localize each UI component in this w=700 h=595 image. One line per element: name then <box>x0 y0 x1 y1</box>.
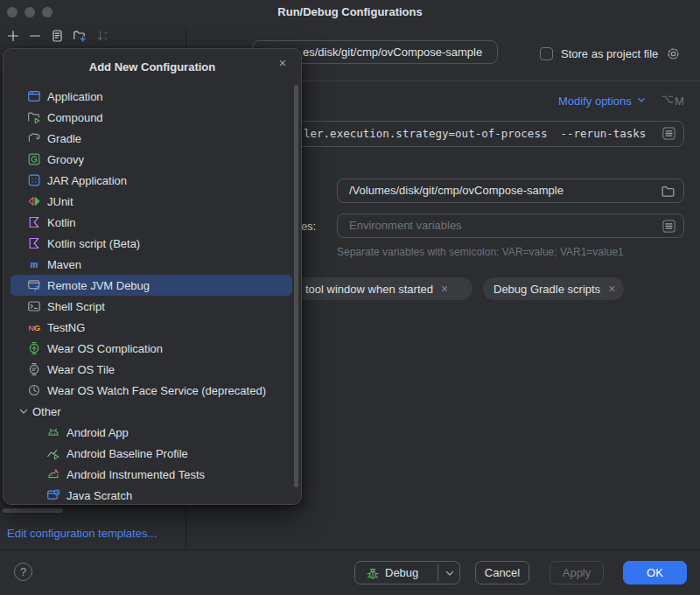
new-folder-button[interactable] <box>71 29 88 46</box>
list-item[interactable]: Kotlin script (Beta) <box>10 233 292 254</box>
android-instrumented-tests-icon <box>46 467 60 481</box>
list-item[interactable]: Remote JVM Debug <box>10 275 292 296</box>
android-baseline-profile-icon <box>46 446 60 460</box>
folder-icon[interactable] <box>661 184 676 199</box>
copy-icon <box>50 29 64 46</box>
list-item-label: Java Scratch <box>66 489 132 502</box>
gradle-icon <box>27 131 41 145</box>
shell-script-icon <box>27 299 41 313</box>
sort-az-icon: az <box>96 29 110 46</box>
list-item-label: Wear OS Watch Face Service (deprecated) <box>47 384 266 397</box>
list-item[interactable]: JUnit <box>10 191 292 212</box>
remove-configuration-button[interactable] <box>26 29 44 46</box>
apply-button[interactable]: Apply <box>550 561 604 584</box>
ok-button[interactable]: OK <box>623 561 687 584</box>
list-item[interactable]: mMaven <box>10 254 292 275</box>
list-item-label: Android Baseline Profile <box>66 447 188 460</box>
environment-variables-input[interactable]: Environment variables <box>337 214 684 238</box>
option-key-icon <box>662 94 674 108</box>
list-item-label: Kotlin script (Beta) <box>47 237 140 250</box>
list-item[interactable]: JAR Application <box>10 170 292 191</box>
expand-field-icon[interactable] <box>662 219 676 234</box>
tag-remove-icon[interactable]: × <box>608 283 615 295</box>
configuration-type-list: ApplicationCompoundGradleGroovyJAR Appli… <box>4 86 301 506</box>
option-tag: tool window when started× <box>285 277 472 300</box>
gradle-project-input[interactable]: /Volumes/disk/git/cmp/ovCompose-sample <box>337 178 684 203</box>
new-folder-icon <box>73 29 87 46</box>
list-item-label: Shell Script <box>47 300 105 313</box>
list-item-label: JAR Application <box>47 174 127 187</box>
list-item[interactable]: Android App <box>10 422 292 443</box>
tree-horizontal-scrollbar[interactable] <box>3 508 63 513</box>
compound-icon <box>27 110 41 124</box>
list-item-label: JUnit <box>47 195 74 208</box>
store-as-project-file-label: Store as project file <box>561 47 658 60</box>
list-item-label: Android App <box>66 426 129 439</box>
list-item[interactable]: Android Instrumented Tests <box>10 464 292 485</box>
wear-os-watchface-icon <box>27 383 41 397</box>
list-item[interactable]: Shell Script <box>10 296 292 317</box>
testng-icon: NG <box>27 320 41 334</box>
window-title: Run/Debug Configurations <box>0 5 700 18</box>
remote-jvm-debug-icon <box>27 278 41 292</box>
sort-configurations-button[interactable]: az <box>94 29 112 46</box>
option-tag: Debug Gradle scripts× <box>483 277 624 300</box>
list-item-label: Remote JVM Debug <box>47 279 150 292</box>
expand-field-icon[interactable] <box>662 126 676 141</box>
list-item[interactable]: Other <box>10 401 292 422</box>
application-icon <box>27 89 41 103</box>
tag-label: tool window when started <box>305 283 433 296</box>
list-item[interactable]: Kotlin <box>10 212 292 233</box>
list-item[interactable]: Wear OS Watch Face Service (deprecated) <box>10 380 292 401</box>
kotlin-icon <box>27 236 41 250</box>
maven-icon: m <box>27 257 41 271</box>
chevron-down-icon[interactable] <box>443 566 457 580</box>
list-item[interactable]: Android Baseline Profile <box>10 443 292 464</box>
tag-label: Debug Gradle scripts <box>494 283 600 296</box>
wear-os-complication-icon <box>27 341 41 355</box>
plus-icon <box>6 29 20 46</box>
list-item[interactable]: Wear OS Complication <box>10 338 292 359</box>
debug-button[interactable]: Debug <box>354 561 460 584</box>
list-item[interactable]: NGTestNG <box>10 317 292 338</box>
list-item[interactable]: Wear OS Tile <box>10 359 292 380</box>
button-divider <box>438 564 438 581</box>
store-as-project-file-checkbox[interactable] <box>540 47 553 60</box>
run-debug-configurations-dialog: Run/Debug Configurations az es/disk/git/… <box>0 0 700 595</box>
cancel-button[interactable]: Cancel <box>475 561 529 584</box>
popup-vertical-scrollbar[interactable] <box>294 85 298 487</box>
list-item-label: Android Instrumented Tests <box>66 468 205 481</box>
modify-options-link[interactable]: Modify options <box>558 94 648 108</box>
svg-text:m: m <box>31 259 38 270</box>
list-item[interactable]: Java Scratch <box>10 485 292 506</box>
java-scratch-icon <box>46 488 60 502</box>
footer-divider <box>0 550 700 550</box>
list-item[interactable]: Gradle <box>10 128 292 149</box>
list-item-label: Application <box>47 90 103 103</box>
copy-configuration-button[interactable] <box>48 29 66 46</box>
popup-title: Add New Configuration <box>4 60 301 74</box>
gear-icon[interactable] <box>666 46 681 61</box>
list-item-label: TestNG <box>47 321 85 334</box>
list-item-label: Maven <box>47 258 81 271</box>
help-button[interactable]: ? <box>14 563 32 581</box>
svg-text:z: z <box>104 36 107 41</box>
tag-remove-icon[interactable]: × <box>441 283 448 295</box>
close-icon[interactable]: × <box>275 55 290 71</box>
minus-icon <box>28 29 42 46</box>
list-item-label: Groovy <box>47 153 84 166</box>
add-configuration-button[interactable] <box>4 29 22 46</box>
wear-os-tile-icon <box>27 362 41 376</box>
list-item[interactable]: Compound <box>10 107 292 128</box>
list-item[interactable]: Groovy <box>10 149 292 170</box>
kotlin-icon <box>27 215 41 229</box>
run-arguments-input[interactable]: ler.execution.strategy=out-of-process --… <box>252 121 684 147</box>
groovy-icon <box>27 152 41 166</box>
jar-application-icon <box>27 173 41 187</box>
list-item[interactable]: Application <box>10 86 292 107</box>
list-item-label: Wear OS Complication <box>47 342 163 355</box>
chevron-down-icon[interactable] <box>17 404 31 418</box>
edit-configuration-templates-link[interactable]: Edit configuration templates... <box>7 527 157 540</box>
environment-variables-hint: Separate variables with semicolon: VAR=v… <box>337 246 624 258</box>
junit-icon <box>27 194 41 208</box>
